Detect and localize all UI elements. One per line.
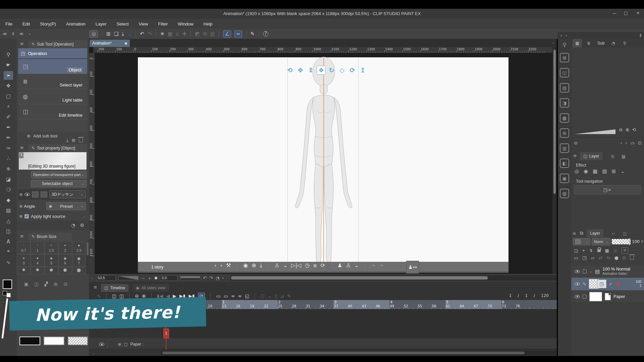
enable-mask-icon[interactable]: ◎ [613,248,617,253]
pen-tool-icon[interactable]: ✒ [4,123,13,132]
threed-material-dropdown[interactable]: 3Dデッサン ⌄ [49,190,86,198]
menu-item-view[interactable]: View [138,20,149,28]
menu-item-storyp[interactable]: Story(P) [39,20,57,28]
timeline-icon[interactable]: ◫ [112,294,116,298]
threed-figure[interactable] [285,56,362,274]
figure-tool-icon[interactable]: △ [4,217,13,225]
nav-expand-icon[interactable]: ⊡ [638,141,642,145]
layer-visibility-eye-icon[interactable] [575,270,580,273]
new-file-icon[interactable]: ⊞ [106,32,111,37]
import-subtool-icon[interactable]: ⤓ [66,138,68,142]
airbrush-tool-icon[interactable]: ∴ [4,154,13,163]
subtool-scroll-up-icon[interactable]: ⌃ [83,60,85,63]
zoom-camera-icon[interactable]: ⇕ [306,66,315,75]
pan-camera-icon[interactable]: ✥ [296,66,305,75]
blend-mode-dropdown[interactable]: Norm ⌄ [592,238,610,245]
angle-preset-button[interactable]: ◉ Preset ⌄ [46,202,86,210]
layer-row-animation-folder[interactable]: ⌄ ▤ 100 % Normal Animation folder : [571,265,644,278]
canvas-hscrollbar[interactable] [230,275,557,281]
status-chevron-icon[interactable]: ⌄ [91,277,94,280]
material-palette-button[interactable]: ◧ [560,159,569,168]
new-timeline-icon[interactable]: ◫ [119,294,124,298]
layer-menu-icon[interactable]: ≡ [573,231,576,236]
start-frame-value[interactable]: 1 [525,293,528,298]
dock-arrow-icon[interactable]: ‹ [29,32,31,36]
effect-chevron-icon[interactable]: ⌄ [621,169,625,174]
layer-checkbox[interactable] [583,269,587,274]
new-cel-icon[interactable]: ▭ [216,294,220,298]
timeline-ruler[interactable]: 1234561013161922252831343740434649525558… [161,300,557,309]
eraser-tool-icon[interactable]: ◪ [4,175,13,184]
search-tab-icon[interactable]: ⚲ [620,39,629,48]
brush-size-cell[interactable]: 5 [44,254,58,267]
material-search-icon[interactable]: ⚲ [558,42,571,48]
rotate-left-icon[interactable]: ↶ [203,276,207,280]
zoom-tool-icon[interactable]: ⚲ [4,50,13,59]
nav-zoom-in-icon[interactable]: ⊕ [626,127,630,132]
zoom-out-timeline-icon[interactable]: ⊖ [135,294,139,298]
menu-item-filter[interactable]: Filter [157,20,168,28]
hand-pose-icon[interactable]: ❧ [379,263,384,268]
nav-prev-icon[interactable]: ‹ [620,141,622,145]
subtool-group-operation[interactable]: ◳ Operation [18,48,87,58]
menu-item-window[interactable]: Window [177,20,194,28]
brush-size-cell[interactable] [72,267,86,274]
save-icon[interactable]: ⤓ [122,32,124,37]
wrench-icon[interactable]: ⚙ [80,223,84,228]
layerprop-alt-tab2[interactable]: ▤ [619,152,628,161]
material-palette-button[interactable]: ▦ [560,113,569,123]
body-shape-icon[interactable]: ♙ [346,263,351,268]
toolprop-menu-icon[interactable]: ≡ [20,145,24,150]
minimize-button[interactable]: — [611,11,618,15]
save-options-chevron-icon[interactable]: ⌄ [127,32,132,37]
flip-pose-icon[interactable]: ▷|◁ [291,263,301,268]
brush-size-cell[interactable] [58,267,72,274]
add-people-icon[interactable]: ♟ [337,263,342,268]
brush-size-cell[interactable]: 2.5 [72,241,86,254]
zoom-in-icon[interactable]: ＋ [148,276,152,280]
brush-size-cell[interactable]: 1.5 [44,241,58,254]
brushsize-palette-tab[interactable]: ✎ Brush Size [28,233,72,241]
joint-angle-icon[interactable]: ◷ [305,263,310,268]
threed-onion-icon[interactable]: ⬡ [260,294,264,298]
nav-zoom-out-icon[interactable]: ⊖ [619,127,623,132]
timeline-hscrollbar[interactable] [161,351,557,355]
active-cel[interactable]: 1 [163,328,169,339]
ground-object-icon[interactable]: ↥ [358,66,367,75]
canvas-viewport[interactable]: ⟲✥⇕❖↻◇⟳↥ 1 story ‹›⚒◉⊕⤓♙⌄▷|◁◷⧈⟳♟♙⌄❧❧ ♟↔ [95,53,552,274]
tone-effect-icon[interactable]: ◉ [584,169,588,174]
help-icon[interactable]: ? [263,31,268,37]
material-palette-button[interactable]: ⊞ [560,128,569,138]
subtool-item-object[interactable]: ◳Object [18,59,87,74]
transparent-part-dropdown[interactable]: Operation of transparent part ⌄ [31,171,87,178]
layer-alt-tab2[interactable]: ◫ [620,229,630,238]
cel-cf-icon[interactable]: ⊿ [280,294,284,298]
material-palette-button[interactable]: ▤ [560,83,569,93]
rotate-y-axis-icon[interactable]: ◇ [337,66,346,75]
expand-plus-icon[interactable]: ⊞ [19,193,22,196]
brand-icon[interactable]: ◎ [90,31,98,38]
lock-layer-icon[interactable] [597,249,601,252]
menu-item-edit[interactable]: Edit [22,20,31,28]
draft-layer-icon[interactable]: ↯ [589,248,593,253]
collapsed-palette-icon[interactable]: ⊞ [54,282,58,286]
dial-icon[interactable]: ◔ [71,223,75,228]
layerprop-menu-icon[interactable]: ≡ [573,154,577,158]
line-correction-tool-icon[interactable]: ∿ [4,258,13,267]
new-subtool-icon[interactable]: ⊞ [72,138,75,142]
reset-view-icon[interactable]: ◔ [216,276,219,280]
next-object-icon[interactable]: › [220,263,222,268]
decoration-tool-icon[interactable]: ❈ [4,165,13,173]
move-layer-tool-icon[interactable]: ✥ [4,81,13,90]
zoom-out-icon[interactable]: — [141,276,145,280]
toolprop-palette-tab[interactable]: ✎ Tool property [Object] [28,144,87,152]
orbit-camera-icon[interactable]: ⟲ [285,66,294,75]
body-chevron-icon[interactable]: ⌄ [355,263,359,268]
menu-item-animation[interactable]: Animation [65,20,86,28]
material-palette-button[interactable]: ◫ [560,68,569,77]
fill-icon[interactable]: ▦ [168,32,172,37]
new-raster-layer-icon[interactable]: ▭ [574,255,578,260]
redo-icon[interactable]: ↷ [148,32,152,37]
onion-skin-icon[interactable]: ◱ [245,294,249,298]
paper-visibility-eye-icon[interactable] [99,343,104,346]
